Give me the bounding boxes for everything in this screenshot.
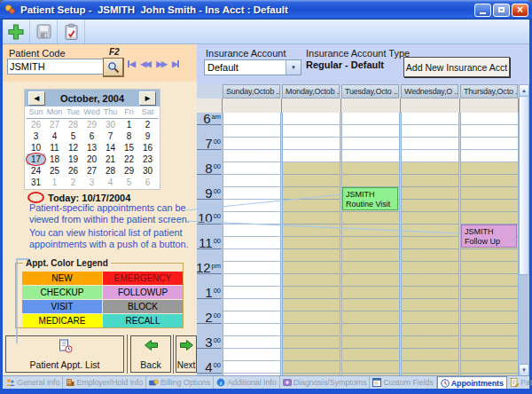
- calendar-day[interactable]: 1: [120, 119, 138, 130]
- calendar-day-today[interactable]: 17: [27, 154, 45, 165]
- calendar-day[interactable]: 26: [64, 165, 82, 177]
- tab-label: General Info: [17, 378, 59, 387]
- appointment[interactable]: JSMITHFollow Up Visit: [461, 225, 517, 248]
- calendar-day[interactable]: 3: [82, 177, 101, 188]
- first-record-button[interactable]: ◀: [128, 59, 134, 68]
- calendar-day[interactable]: 1: [45, 177, 64, 188]
- calendar-day[interactable]: 4: [101, 177, 120, 188]
- calendar-day[interactable]: 8: [120, 130, 138, 142]
- people-icon: [5, 378, 15, 387]
- calendar-day[interactable]: 27: [45, 119, 64, 130]
- day-column[interactable]: [282, 113, 340, 376]
- appointment-type: Routine Visit: [346, 200, 397, 209]
- add-patient-button[interactable]: [3, 20, 30, 43]
- calendar-day[interactable]: 5: [64, 130, 82, 142]
- calendar-day[interactable]: 21: [101, 154, 120, 165]
- tasks-button[interactable]: [58, 20, 85, 43]
- time-slot-lines: [283, 113, 340, 376]
- day-column-header[interactable]: Thursday,Octo ...: [460, 84, 518, 98]
- appointment-patient: JSMITH: [346, 190, 397, 199]
- calendar-day[interactable]: 30: [101, 119, 120, 130]
- calendar-next-month-button[interactable]: ▶: [139, 91, 156, 106]
- calendar-day[interactable]: 4: [45, 130, 64, 142]
- tab-employer-hold-info[interactable]: Employer/Hold Info: [63, 376, 146, 389]
- calendar-day[interactable]: 30: [138, 165, 157, 177]
- next-button[interactable]: Next: [176, 335, 197, 373]
- calendar-day-name: Sat: [138, 106, 157, 118]
- next-record-button[interactable]: ▶▶: [156, 59, 166, 68]
- calendar-day[interactable]: 12: [64, 142, 82, 154]
- time-label: 700: [197, 138, 222, 150]
- tab-patient-notes[interactable]: Patient Notes: [507, 376, 532, 389]
- calendar-day[interactable]: 31: [27, 177, 45, 188]
- patient-appt-list-button[interactable]: Patient Appt. List: [5, 335, 124, 373]
- minimize-button[interactable]: [474, 4, 491, 17]
- calendar-day[interactable]: 5: [120, 177, 138, 188]
- add-new-insurance-button[interactable]: Add New Insurance Acct: [403, 57, 510, 77]
- day-column-header[interactable]: Wednesday,O ...: [401, 84, 458, 98]
- scroll-up-button[interactable]: ▲: [519, 84, 529, 97]
- calendar-day[interactable]: 2: [64, 177, 82, 188]
- calendar-day[interactable]: 2: [138, 119, 157, 130]
- day-column-header[interactable]: Monday,Octob ...: [282, 84, 340, 98]
- calendar-day[interactable]: 29: [120, 165, 138, 177]
- tab-additional-info[interactable]: i Additional Info: [214, 376, 280, 389]
- patient-setup-window: Patient Setup - JSMITH John Smith - Ins …: [0, 0, 532, 394]
- calendar-day[interactable]: 7: [101, 130, 120, 142]
- calendar-day[interactable]: 19: [64, 154, 82, 165]
- day-column[interactable]: [341, 113, 400, 376]
- day-column[interactable]: [223, 113, 281, 376]
- calendar-day[interactable]: 28: [64, 119, 82, 130]
- close-button[interactable]: ×: [512, 4, 528, 17]
- all-day-separator: [222, 98, 223, 113]
- tab-general-info[interactable]: General Info: [3, 376, 63, 389]
- calendar-day[interactable]: 25: [45, 165, 64, 177]
- previous-record-button[interactable]: ◀◀: [140, 59, 150, 68]
- time-label: 12pm: [197, 262, 222, 274]
- day-column-header[interactable]: Tuesday,Octo ...: [341, 84, 399, 98]
- maximize-button[interactable]: [493, 4, 510, 17]
- calendar-day[interactable]: 6: [82, 130, 101, 142]
- appointment-patient: JSMITH: [465, 227, 516, 236]
- day-column-header[interactable]: Sunday,Octob ...: [223, 84, 280, 98]
- calendar-day[interactable]: 3: [27, 130, 45, 142]
- calendar-day[interactable]: 28: [101, 165, 120, 177]
- appointment-type: Follow Up Visit: [465, 237, 516, 248]
- billing-icon: [149, 378, 159, 387]
- calendar-prev-month-button[interactable]: ◀: [28, 91, 45, 106]
- calendar-day[interactable]: 23: [138, 154, 157, 165]
- calendar-day-name: Fri: [120, 106, 138, 118]
- schedule-scrollbar[interactable]: ▲ ▼: [519, 84, 529, 376]
- tab-appointments[interactable]: Appointments: [437, 376, 507, 389]
- calendar-day[interactable]: 13: [82, 142, 101, 154]
- save-button[interactable]: [30, 20, 58, 43]
- day-column[interactable]: [401, 113, 459, 376]
- calendar-day[interactable]: 24: [27, 165, 45, 177]
- calendar-day[interactable]: 16: [138, 142, 157, 154]
- scroll-down-button[interactable]: ▼: [519, 364, 529, 376]
- calendar-day[interactable]: 14: [101, 142, 120, 154]
- tab-billing-options[interactable]: Billing Options: [146, 376, 214, 389]
- last-record-button[interactable]: ▶: [172, 59, 178, 68]
- calendar-day[interactable]: 9: [138, 130, 157, 142]
- tab-custom-fields[interactable]: Custom Fields: [370, 376, 436, 389]
- calendar-day[interactable]: 26: [27, 119, 45, 130]
- patient-search-button[interactable]: [103, 58, 124, 77]
- calendar-day[interactable]: 15: [120, 142, 138, 154]
- insurance-account-select[interactable]: Default ▼: [204, 59, 301, 75]
- time-label: 900: [197, 187, 222, 200]
- scrollbar-thumb[interactable]: [519, 96, 529, 275]
- calendar-day[interactable]: 11: [45, 142, 64, 154]
- chevron-down-icon[interactable]: ▼: [286, 60, 301, 75]
- calendar-day[interactable]: 29: [82, 119, 101, 130]
- tab-diagnosis-symptoms[interactable]: Diagnosis/Symptoms: [280, 376, 371, 389]
- calendar-day[interactable]: 22: [120, 154, 138, 165]
- back-button[interactable]: Back: [130, 335, 171, 373]
- calendar-day[interactable]: 6: [138, 177, 157, 188]
- calendar-day[interactable]: 20: [82, 154, 101, 165]
- patient-code-input[interactable]: [7, 59, 105, 75]
- back-label: Back: [140, 359, 160, 370]
- calendar-day[interactable]: 18: [45, 154, 64, 165]
- appointment[interactable]: JSMITHRoutine Visit: [342, 187, 398, 210]
- calendar-day[interactable]: 27: [82, 165, 101, 177]
